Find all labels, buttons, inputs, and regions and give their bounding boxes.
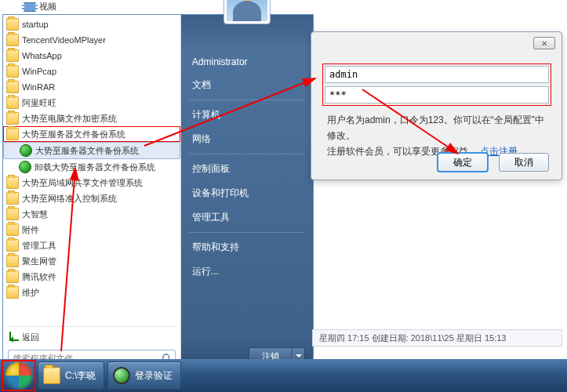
right-panel-item[interactable]: 文档 — [181, 73, 313, 97]
folder-icon — [6, 18, 19, 31]
start-menu-programs-panel: startupTencentVideoMPlayerWhatsAppWinPca… — [3, 15, 181, 373]
folder-icon — [6, 49, 19, 62]
back-arrow-icon — [6, 331, 19, 343]
status-bar: 星期四 17:15 创建日期: 2018\11\25 星期日 15:13 — [312, 329, 562, 347]
program-item[interactable]: 维护 — [3, 285, 180, 300]
password-input[interactable] — [325, 86, 549, 103]
login-dialog: ✕ 用户名为admin，口令为123。你可以在“全局配置”中修改。 注册软件会员… — [311, 31, 562, 180]
divider — [189, 100, 305, 100]
right-panel-item[interactable]: 计算机 — [181, 103, 313, 127]
program-item[interactable]: 大智慧 — [3, 206, 180, 222]
program-label: TencentVideoMPlayer — [22, 35, 106, 45]
taskbar-label: C:\李晓 — [65, 369, 96, 383]
program-label: 大势至网络准入控制系统 — [22, 193, 117, 205]
folder-icon — [6, 34, 19, 46]
start-menu-right-panel: Administrator 文档计算机网络控制面板设备和打印机管理工具帮助和支持… — [181, 15, 313, 373]
program-item[interactable]: 卸载大势至服务器文件备份系统 — [3, 159, 180, 175]
program-label: 大智慧 — [22, 209, 48, 220]
program-item[interactable]: 管理工具 — [3, 238, 180, 253]
start-menu: startupTencentVideoMPlayerWhatsAppWinPca… — [2, 14, 314, 373]
program-label: 卸载大势至服务器文件备份系统 — [35, 162, 155, 173]
programs-list: startupTencentVideoMPlayerWhatsAppWinPca… — [3, 15, 180, 324]
program-label: WinRAR — [22, 82, 55, 92]
folder-icon — [6, 96, 19, 109]
program-item[interactable]: 大势至服务器文件备份系统 — [3, 142, 180, 159]
back-button[interactable]: 返回 — [3, 329, 180, 345]
folder-icon — [6, 81, 19, 93]
program-item[interactable]: TencentVideoMPlayer — [3, 32, 180, 48]
program-label: 聚生网管 — [22, 256, 56, 267]
folder-icon — [6, 286, 19, 299]
taskbar: C:\李晓 登录验证 — [0, 359, 567, 392]
folder-icon — [6, 255, 19, 267]
dialog-message: 用户名为admin，口令为123。你可以在“全局配置”中修改。 注册软件会员，可… — [327, 112, 549, 159]
folder-icon — [6, 239, 19, 252]
folder-icon — [6, 112, 19, 125]
folder-icon — [6, 176, 19, 189]
video-icon — [24, 2, 36, 12]
login-fields-group — [322, 64, 551, 106]
divider — [189, 154, 305, 154]
program-label: 阿里旺旺 — [22, 97, 56, 109]
divider — [6, 326, 177, 327]
user-name-link[interactable]: Administrator — [181, 51, 313, 73]
right-panel-item[interactable]: 网络 — [181, 127, 313, 151]
status-text: 星期四 17:15 创建日期: 2018\11\25 星期日 15:13 — [319, 332, 506, 344]
divider — [189, 232, 305, 233]
right-panel-item[interactable]: 控制面板 — [181, 157, 313, 181]
right-panel-item[interactable]: 帮助和支持 — [181, 235, 313, 260]
program-item[interactable]: 大势至服务器文件备份系统 — [3, 126, 180, 142]
program-label: 大势至服务器文件备份系统 — [22, 129, 125, 140]
right-panel-item[interactable]: 运行... — [181, 260, 313, 284]
video-library-item[interactable]: 视频 — [24, 1, 56, 13]
folder-icon — [43, 367, 60, 384]
program-item[interactable]: 大势至电脑文件加密系统 — [3, 111, 180, 126]
folder-icon — [6, 270, 19, 283]
app-icon — [20, 144, 32, 157]
app-icon — [19, 161, 31, 173]
program-label: 维护 — [22, 287, 39, 299]
program-item[interactable]: WinPcap — [3, 64, 180, 79]
ok-button[interactable]: 确定 — [438, 153, 488, 172]
taskbar-item-explorer[interactable]: C:\李晓 — [38, 361, 104, 390]
close-button[interactable]: ✕ — [533, 37, 555, 49]
username-input[interactable] — [325, 66, 549, 83]
folder-icon — [6, 223, 19, 236]
video-label: 视频 — [39, 1, 56, 13]
program-label: WinPcap — [22, 67, 56, 76]
right-panel-item[interactable]: 管理工具 — [181, 205, 313, 230]
windows-orb-icon — [5, 362, 32, 389]
program-label: 大势至电脑文件加密系统 — [22, 113, 117, 125]
program-item[interactable]: 聚生网管 — [3, 253, 180, 269]
folder-icon — [6, 128, 19, 140]
taskbar-label: 登录验证 — [135, 369, 173, 383]
program-label: WhatsApp — [22, 51, 62, 60]
program-item[interactable]: WinRAR — [3, 79, 180, 95]
program-item[interactable]: WhatsApp — [3, 48, 180, 64]
program-label: 管理工具 — [22, 240, 56, 252]
program-item[interactable]: 大势至网络准入控制系统 — [3, 191, 180, 206]
program-item[interactable]: 腾讯软件 — [3, 269, 180, 285]
folder-icon — [6, 65, 19, 78]
program-label: 大势至局域网共享文件管理系统 — [22, 177, 143, 189]
msg-line1: 用户名为admin，口令为123。你可以在“全局配置”中修改。 — [327, 114, 544, 141]
program-label: startup — [22, 20, 49, 29]
user-avatar[interactable] — [224, 0, 271, 24]
program-label: 腾讯软件 — [22, 271, 56, 283]
program-item[interactable]: 附件 — [3, 222, 180, 238]
program-item[interactable]: 大势至局域网共享文件管理系统 — [3, 175, 180, 191]
program-label: 附件 — [22, 224, 39, 236]
start-button[interactable] — [2, 360, 36, 391]
program-item[interactable]: 阿里旺旺 — [3, 95, 180, 111]
folder-icon — [6, 192, 19, 205]
right-panel-item[interactable]: 设备和打印机 — [181, 181, 313, 205]
program-label: 大势至服务器文件备份系统 — [35, 145, 139, 157]
cancel-button[interactable]: 取消 — [499, 153, 549, 172]
program-item[interactable]: startup — [3, 16, 180, 32]
back-label: 返回 — [22, 332, 39, 343]
app-icon — [113, 367, 130, 384]
folder-icon — [6, 208, 19, 220]
taskbar-item-login[interactable]: 登录验证 — [107, 361, 181, 390]
